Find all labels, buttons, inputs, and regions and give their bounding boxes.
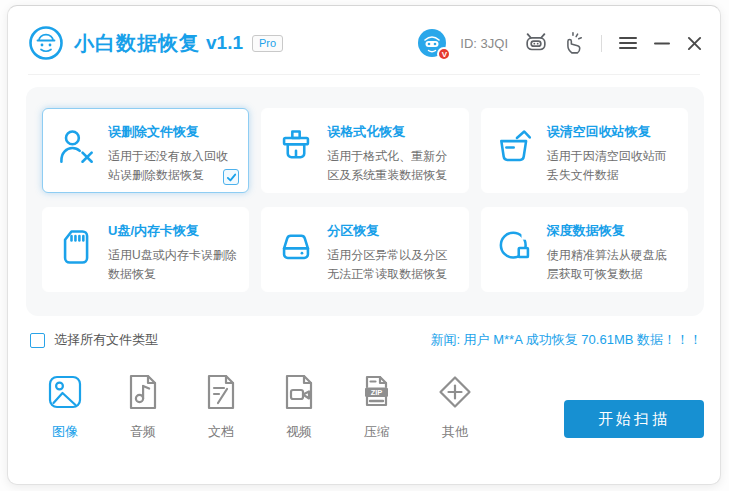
document-icon [201, 372, 241, 412]
other-plus-icon [435, 372, 475, 412]
menu-button[interactable] [617, 34, 639, 52]
card-title: 误删除文件恢复 [108, 123, 238, 141]
card-title: U盘/内存卡恢复 [108, 222, 238, 240]
filetype-label: 视频 [286, 423, 312, 441]
news-ticker: 新闻: 用户 M**A 成功恢复 70.61MB 数据！！！ [430, 331, 702, 349]
filetype-document[interactable]: 文档 [198, 372, 244, 441]
card-title: 深度数据恢复 [547, 222, 677, 240]
card-title: 误清空回收站恢复 [547, 123, 677, 141]
card-desc: 适用分区异常以及分区无法正常读取数据恢复 [327, 246, 457, 283]
user-id: ID: 3JQI [460, 36, 508, 51]
select-all-filetypes[interactable]: 选择所有文件类型 [30, 331, 158, 349]
zip-icon: ZIP [357, 372, 397, 412]
filetype-label: 其他 [442, 423, 468, 441]
user-x-icon [55, 126, 99, 170]
audio-icon [123, 372, 163, 412]
filetype-label: 图像 [52, 423, 78, 441]
pro-badge: Pro [252, 35, 283, 52]
card-recycle-bin-recovery[interactable]: 误清空回收站恢复 适用于因清空回收站而丢失文件数据 [481, 108, 688, 193]
card-deep-recovery[interactable]: 深度数据恢复 使用精准算法从硬盘底层获取可恢复数据 [481, 207, 688, 292]
title-bar: 小白数据恢复 v1.1 Pro V ID: 3JQI [28, 14, 704, 72]
card-deleted-file-recovery[interactable]: 误删除文件恢复 适用于还没有放入回收站误删除数据恢复 [42, 108, 249, 193]
card-partition-recovery[interactable]: 分区恢复 适用分区异常以及分区无法正常读取数据恢复 [261, 207, 468, 292]
card-desc: 适用于因清空回收站而丢失文件数据 [547, 147, 677, 184]
select-all-label: 选择所有文件类型 [54, 331, 158, 349]
minimize-button[interactable] [652, 33, 672, 53]
header-divider-line [601, 35, 602, 52]
card-usb-sd-recovery[interactable]: U盘/内存卡恢复 适用U盘或内存卡误删除数据恢复 [42, 207, 249, 292]
vip-badge: V [437, 47, 451, 61]
recycle-bin-icon [494, 126, 538, 170]
app-version: v1.1 [206, 32, 243, 54]
video-icon [279, 372, 319, 412]
card-title: 误格式化恢复 [327, 123, 457, 141]
file-type-selector: 图像 音频 文档 [42, 372, 478, 441]
card-desc: 适用于格式化、重新分区及系统重装数据恢复 [327, 147, 457, 184]
hard-drive-icon [274, 225, 318, 269]
sd-card-icon [55, 225, 99, 269]
user-avatar[interactable]: V [417, 28, 447, 58]
filetype-label: 音频 [130, 423, 156, 441]
filetype-other[interactable]: 其他 [432, 372, 478, 441]
card-checkbox-checked[interactable] [223, 169, 239, 185]
zip-icon-text: ZIP [371, 388, 383, 397]
filetype-video[interactable]: 视频 [276, 372, 322, 441]
card-format-recovery[interactable]: 误格式化恢复 适用于格式化、重新分区及系统重装数据恢复 [261, 108, 468, 193]
card-title: 分区恢复 [327, 222, 457, 240]
filetype-image[interactable]: 图像 [42, 372, 88, 441]
hand-click-icon[interactable] [562, 31, 586, 55]
filetype-audio[interactable]: 音频 [120, 372, 166, 441]
filetype-label: 压缩 [364, 423, 390, 441]
card-desc: 使用精准算法从硬盘底层获取可恢复数据 [547, 246, 677, 283]
close-button[interactable] [685, 34, 704, 53]
recovery-modes-panel: 误删除文件恢复 适用于还没有放入回收站误删除数据恢复 误格式化恢 [26, 87, 704, 316]
filetype-archive[interactable]: ZIP 压缩 [354, 372, 400, 441]
image-icon [45, 372, 85, 412]
app-logo-icon [28, 25, 64, 61]
app-title: 小白数据恢复 [74, 30, 200, 57]
card-desc: 适用U盘或内存卡误删除数据恢复 [108, 246, 238, 283]
deep-scan-icon [494, 225, 538, 269]
app-window: 小白数据恢复 v1.1 Pro V ID: 3JQI [7, 5, 721, 485]
format-brush-icon [274, 126, 318, 170]
card-desc: 适用于还没有放入回收站误删除数据恢复 [108, 147, 238, 184]
header-separator [28, 74, 700, 75]
start-scan-button[interactable]: 开始扫描 [564, 400, 704, 438]
select-all-checkbox[interactable] [30, 333, 45, 348]
filetype-label: 文档 [208, 423, 234, 441]
service-robot-icon[interactable] [523, 30, 549, 56]
